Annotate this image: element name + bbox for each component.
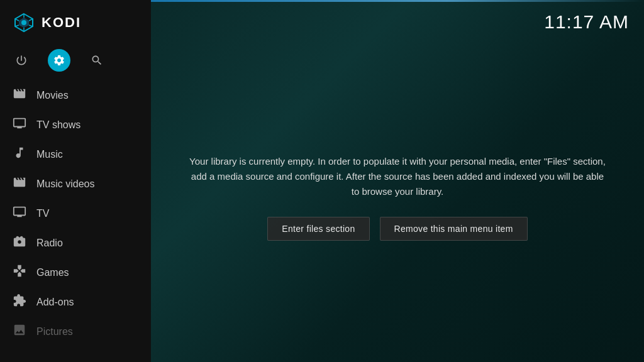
sidebar-item-music[interactable]: Music [0, 140, 151, 169]
games-label: Games [36, 267, 69, 278]
tv-shows-label: TV shows [36, 119, 80, 131]
sidebar-item-tv[interactable]: TV [0, 199, 151, 228]
tv-label: TV [36, 208, 49, 219]
remove-menu-item-button[interactable]: Remove this main menu item [380, 217, 528, 241]
main-content: 11:17 AM Your library is currently empty… [151, 0, 644, 362]
music-videos-label: Music videos [36, 178, 94, 190]
movies-label: Movies [36, 90, 69, 101]
sidebar-item-music-videos[interactable]: Music videos [0, 169, 151, 199]
sidebar-item-radio[interactable]: Radio [0, 228, 151, 258]
search-button[interactable] [86, 49, 108, 72]
empty-library-message: Your library is currently empty. In orde… [189, 154, 606, 199]
sidebar-item-add-ons[interactable]: Add-ons [0, 287, 151, 317]
pictures-icon [13, 323, 26, 340]
settings-button[interactable] [48, 49, 70, 72]
music-icon [13, 146, 26, 163]
power-icon [15, 54, 28, 67]
toolbar [0, 45, 151, 80]
clock-display: 11:17 AM [544, 11, 629, 33]
tv-shows-icon [13, 116, 26, 133]
power-button[interactable] [10, 49, 33, 72]
svg-point-2 [21, 20, 26, 25]
app-title: KODI [42, 14, 81, 31]
search-icon [91, 54, 103, 67]
top-bar: 11:17 AM [151, 0, 644, 33]
add-ons-icon [13, 293, 26, 310]
loading-bar [151, 0, 644, 2]
logo-area: KODI [0, 0, 151, 45]
kodi-logo-icon [13, 11, 35, 34]
games-icon [13, 264, 26, 281]
pictures-label: Pictures [36, 326, 73, 337]
tv-icon [13, 205, 26, 222]
settings-icon [53, 54, 65, 67]
sidebar-item-movies[interactable]: Movies [0, 80, 151, 110]
nav-menu: Movies TV shows Music [0, 80, 151, 362]
message-box: Your library is currently empty. In orde… [189, 154, 606, 241]
sidebar: KODI Movies [0, 0, 151, 362]
movies-icon [13, 87, 26, 104]
enter-files-button[interactable]: Enter files section [267, 217, 369, 241]
content-area: Your library is currently empty. In orde… [151, 33, 644, 362]
sidebar-item-tv-shows[interactable]: TV shows [0, 110, 151, 140]
music-videos-icon [13, 175, 26, 192]
music-label: Music [36, 149, 63, 160]
radio-label: Radio [36, 238, 63, 249]
action-buttons: Enter files section Remove this main men… [267, 217, 527, 241]
sidebar-item-pictures[interactable]: Pictures [0, 317, 151, 346]
radio-icon [13, 234, 26, 251]
add-ons-label: Add-ons [36, 297, 74, 308]
sidebar-item-games[interactable]: Games [0, 258, 151, 287]
